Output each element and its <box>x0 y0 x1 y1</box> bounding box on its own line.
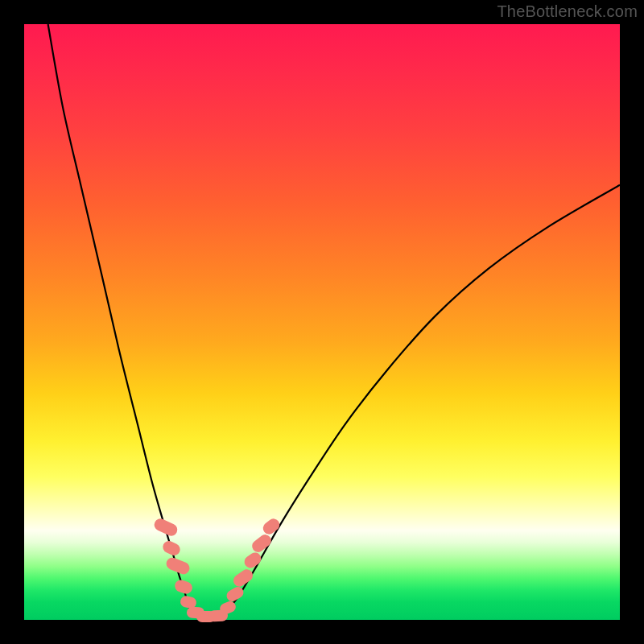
watermark-text: TheBottleneck.com <box>497 2 638 21</box>
curve-valley <box>191 611 226 617</box>
curve-left-branch <box>48 24 192 611</box>
curve-right-branch <box>227 185 620 611</box>
plot-area <box>24 24 620 620</box>
chart-frame: TheBottleneck.com <box>0 0 644 644</box>
curve-svg <box>24 24 620 620</box>
